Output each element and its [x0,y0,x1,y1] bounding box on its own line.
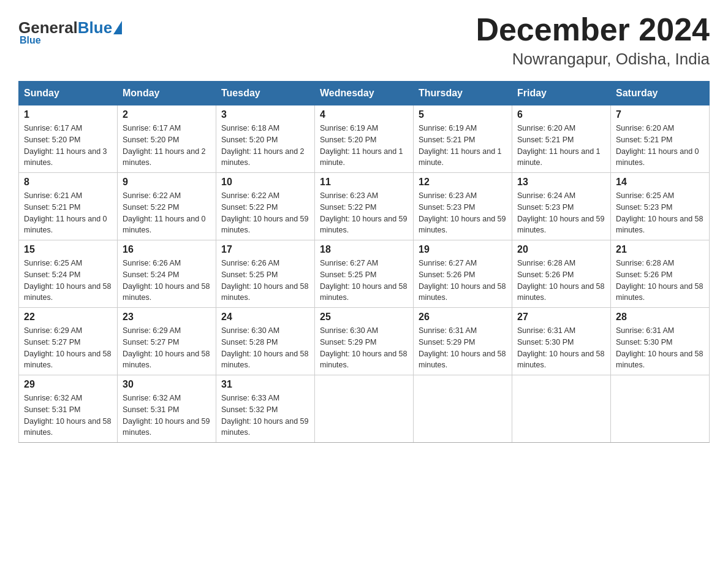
day-number: 30 [123,379,211,390]
calendar-week-row: 29Sunrise: 6:32 AMSunset: 5:31 PMDayligh… [19,375,710,443]
day-info: Sunrise: 6:31 AMSunset: 5:30 PMDaylight:… [517,325,605,371]
day-info: Sunrise: 6:19 AMSunset: 5:20 PMDaylight:… [320,123,408,169]
calendar-cell: 3Sunrise: 6:18 AMSunset: 5:20 PMDaylight… [216,105,315,173]
calendar-cell: 21Sunrise: 6:28 AMSunset: 5:26 PMDayligh… [611,240,710,308]
calendar-table: SundayMondayTuesdayWednesdayThursdayFrid… [18,81,710,443]
day-number: 11 [320,177,408,188]
calendar-cell: 30Sunrise: 6:32 AMSunset: 5:31 PMDayligh… [118,375,216,443]
day-number: 10 [221,177,309,188]
day-number: 20 [517,244,605,255]
day-info: Sunrise: 6:32 AMSunset: 5:31 PMDaylight:… [24,393,112,439]
logo: General Blue Blue [18,12,122,46]
calendar-cell: 8Sunrise: 6:21 AMSunset: 5:21 PMDaylight… [19,173,118,240]
calendar-cell: 5Sunrise: 6:19 AMSunset: 5:21 PMDaylight… [414,105,512,173]
calendar-cell: 15Sunrise: 6:25 AMSunset: 5:24 PMDayligh… [19,240,118,308]
day-info: Sunrise: 6:23 AMSunset: 5:22 PMDaylight:… [320,190,408,236]
day-number: 12 [419,177,507,188]
day-info: Sunrise: 6:17 AMSunset: 5:20 PMDaylight:… [123,123,211,169]
day-number: 26 [419,312,507,323]
day-info: Sunrise: 6:25 AMSunset: 5:24 PMDaylight:… [24,258,112,304]
day-number: 14 [616,177,704,188]
calendar-cell: 19Sunrise: 6:27 AMSunset: 5:26 PMDayligh… [414,240,512,308]
weekday-header-sunday: Sunday [19,82,118,105]
day-number: 22 [24,312,112,323]
calendar-week-row: 1Sunrise: 6:17 AMSunset: 5:20 PMDaylight… [19,105,710,173]
calendar-cell: 12Sunrise: 6:23 AMSunset: 5:23 PMDayligh… [414,173,512,240]
calendar-cell: 25Sunrise: 6:30 AMSunset: 5:29 PMDayligh… [315,308,414,375]
day-info: Sunrise: 6:26 AMSunset: 5:24 PMDaylight:… [123,258,211,304]
day-number: 7 [616,109,704,120]
calendar-cell: 1Sunrise: 6:17 AMSunset: 5:20 PMDaylight… [19,105,118,173]
day-info: Sunrise: 6:18 AMSunset: 5:20 PMDaylight:… [221,123,309,169]
day-info: Sunrise: 6:30 AMSunset: 5:29 PMDaylight:… [320,325,408,371]
day-info: Sunrise: 6:23 AMSunset: 5:23 PMDaylight:… [419,190,507,236]
day-info: Sunrise: 6:24 AMSunset: 5:23 PMDaylight:… [517,190,605,236]
calendar-cell: 10Sunrise: 6:22 AMSunset: 5:22 PMDayligh… [216,173,315,240]
weekday-header-tuesday: Tuesday [216,82,315,105]
day-info: Sunrise: 6:28 AMSunset: 5:26 PMDaylight:… [616,258,704,304]
day-info: Sunrise: 6:21 AMSunset: 5:21 PMDaylight:… [24,190,112,236]
calendar-cell: 23Sunrise: 6:29 AMSunset: 5:27 PMDayligh… [118,308,216,375]
calendar-cell: 16Sunrise: 6:26 AMSunset: 5:24 PMDayligh… [118,240,216,308]
calendar-cell [611,375,710,443]
day-number: 4 [320,109,408,120]
calendar-cell [512,375,611,443]
day-number: 21 [616,244,704,255]
month-year-title: December 2024 [476,12,710,47]
day-number: 2 [123,109,211,120]
calendar-week-row: 8Sunrise: 6:21 AMSunset: 5:21 PMDaylight… [19,173,710,240]
day-number: 18 [320,244,408,255]
weekday-header-saturday: Saturday [611,82,710,105]
calendar-cell: 28Sunrise: 6:31 AMSunset: 5:30 PMDayligh… [611,308,710,375]
logo-subtitle: Blue [20,35,41,46]
day-number: 19 [419,244,507,255]
calendar-cell: 13Sunrise: 6:24 AMSunset: 5:23 PMDayligh… [512,173,611,240]
day-number: 25 [320,312,408,323]
logo-triangle-icon [113,21,122,34]
calendar-cell: 2Sunrise: 6:17 AMSunset: 5:20 PMDaylight… [118,105,216,173]
calendar-cell: 17Sunrise: 6:26 AMSunset: 5:25 PMDayligh… [216,240,315,308]
calendar-cell: 24Sunrise: 6:30 AMSunset: 5:28 PMDayligh… [216,308,315,375]
calendar-cell: 20Sunrise: 6:28 AMSunset: 5:26 PMDayligh… [512,240,611,308]
day-info: Sunrise: 6:29 AMSunset: 5:27 PMDaylight:… [24,325,112,371]
day-number: 3 [221,109,309,120]
day-number: 13 [517,177,605,188]
day-number: 27 [517,312,605,323]
day-info: Sunrise: 6:31 AMSunset: 5:30 PMDaylight:… [616,325,704,371]
logo-blue-text: Blue [78,18,112,37]
day-number: 5 [419,109,507,120]
day-number: 9 [123,177,211,188]
day-number: 24 [221,312,309,323]
day-info: Sunrise: 6:20 AMSunset: 5:21 PMDaylight:… [616,123,704,169]
title-section: December 2024 Nowrangapur, Odisha, India [476,12,710,69]
calendar-cell: 31Sunrise: 6:33 AMSunset: 5:32 PMDayligh… [216,375,315,443]
day-info: Sunrise: 6:32 AMSunset: 5:31 PMDaylight:… [123,393,211,439]
calendar-cell: 18Sunrise: 6:27 AMSunset: 5:25 PMDayligh… [315,240,414,308]
day-info: Sunrise: 6:26 AMSunset: 5:25 PMDaylight:… [221,258,309,304]
day-info: Sunrise: 6:25 AMSunset: 5:23 PMDaylight:… [616,190,704,236]
day-info: Sunrise: 6:27 AMSunset: 5:25 PMDaylight:… [320,258,408,304]
calendar-cell: 11Sunrise: 6:23 AMSunset: 5:22 PMDayligh… [315,173,414,240]
day-number: 6 [517,109,605,120]
weekday-header-thursday: Thursday [414,82,512,105]
location-subtitle: Nowrangapur, Odisha, India [476,50,710,69]
day-info: Sunrise: 6:17 AMSunset: 5:20 PMDaylight:… [24,123,112,169]
calendar-cell [315,375,414,443]
day-info: Sunrise: 6:27 AMSunset: 5:26 PMDaylight:… [419,258,507,304]
calendar-cell: 27Sunrise: 6:31 AMSunset: 5:30 PMDayligh… [512,308,611,375]
day-number: 15 [24,244,112,255]
calendar-week-row: 15Sunrise: 6:25 AMSunset: 5:24 PMDayligh… [19,240,710,308]
weekday-header-row: SundayMondayTuesdayWednesdayThursdayFrid… [19,82,710,105]
day-number: 17 [221,244,309,255]
calendar-cell [414,375,512,443]
day-info: Sunrise: 6:28 AMSunset: 5:26 PMDaylight:… [517,258,605,304]
calendar-cell: 9Sunrise: 6:22 AMSunset: 5:22 PMDaylight… [118,173,216,240]
calendar-cell: 22Sunrise: 6:29 AMSunset: 5:27 PMDayligh… [19,308,118,375]
calendar-week-row: 22Sunrise: 6:29 AMSunset: 5:27 PMDayligh… [19,308,710,375]
calendar-cell: 26Sunrise: 6:31 AMSunset: 5:29 PMDayligh… [414,308,512,375]
weekday-header-wednesday: Wednesday [315,82,414,105]
header: General Blue Blue December 2024 Nowranga… [18,12,710,69]
day-info: Sunrise: 6:20 AMSunset: 5:21 PMDaylight:… [517,123,605,169]
weekday-header-monday: Monday [118,82,216,105]
day-number: 28 [616,312,704,323]
